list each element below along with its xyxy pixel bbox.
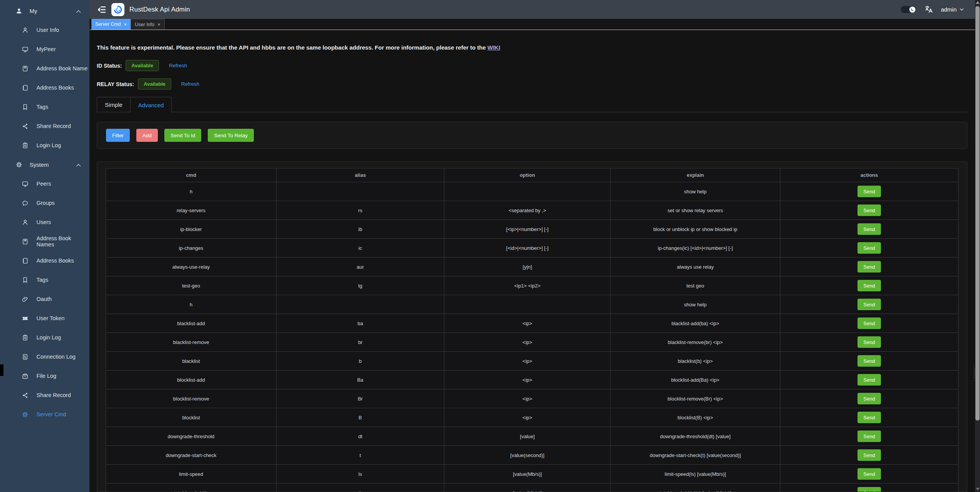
cell-cmd: blocklist-remove xyxy=(106,389,276,408)
filter-button[interactable]: Filter xyxy=(106,129,130,142)
sidebar-item-tags[interactable]: Tags xyxy=(0,97,89,116)
clipboard-icon xyxy=(22,334,28,341)
sidebar-item-user-info[interactable]: User Info xyxy=(0,20,89,40)
send-button[interactable]: Send xyxy=(858,412,881,423)
dark-mode-toggle[interactable] xyxy=(900,5,917,13)
close-icon[interactable]: × xyxy=(124,22,127,27)
send-button[interactable]: Send xyxy=(858,242,881,254)
cell-option: <ip1> <ip2> xyxy=(444,276,611,295)
window-scrollbar[interactable] xyxy=(975,0,980,492)
chevron-up-icon[interactable] xyxy=(75,162,80,167)
sidebar-section-my[interactable]: My xyxy=(0,1,89,20)
send-to-id-button[interactable]: Send To Id xyxy=(164,129,201,142)
send-button[interactable]: Send xyxy=(858,487,881,492)
user-name: admin xyxy=(941,6,957,13)
send-button[interactable]: Send xyxy=(858,374,881,386)
tab-label: Server Cmd xyxy=(95,22,121,27)
relay-refresh-link[interactable]: Refresh xyxy=(181,81,199,87)
cell-cmd: always-use-relay xyxy=(106,258,276,276)
send-button[interactable]: Send xyxy=(858,223,881,235)
send-button[interactable]: Send xyxy=(858,261,881,273)
sidebar-item-address-books[interactable]: Address Books xyxy=(0,78,89,97)
cell-alias: Ba xyxy=(276,371,444,389)
tab-advanced[interactable]: Advanced xyxy=(131,97,172,113)
sidebar-item-label: Login Log xyxy=(36,334,61,341)
clipboard-icon xyxy=(22,142,28,149)
sidebar-section-system[interactable]: System xyxy=(0,155,89,174)
sidebar-item-label: Address Books xyxy=(36,85,74,91)
sidebar-item-address-book-names[interactable]: Address Book Names xyxy=(0,232,89,251)
cell-option: <ip> xyxy=(444,352,611,371)
translate-icon[interactable] xyxy=(924,5,933,14)
cell-option xyxy=(444,295,611,314)
cell-actions: Send xyxy=(780,408,958,427)
collapse-menu-icon[interactable] xyxy=(97,5,106,14)
sidebar-item-file-log[interactable]: File Log xyxy=(0,366,89,386)
send-button[interactable]: Send xyxy=(858,186,881,197)
send-to-relay-button[interactable]: Send To Relay xyxy=(208,129,254,142)
cell-actions: Send xyxy=(780,352,958,371)
moon-icon xyxy=(909,7,915,13)
cell-cmd: ip-blocker xyxy=(106,220,276,239)
chevron-up-icon[interactable] xyxy=(75,8,80,13)
cell-alias: Br xyxy=(276,389,444,408)
sidebar-item-login-log[interactable]: Login Log xyxy=(0,136,89,155)
send-button[interactable]: Send xyxy=(858,393,881,404)
scrollbar-thumb[interactable] xyxy=(975,6,980,421)
table-row: limit-speedls[value(Mb/s)]limit-speed(ls… xyxy=(106,465,958,484)
sidebar-scrollbar-thumb[interactable] xyxy=(0,364,3,376)
close-icon[interactable]: × xyxy=(157,22,161,27)
add-button[interactable]: Add xyxy=(136,129,158,142)
scroll-down-arrow-icon[interactable] xyxy=(976,488,980,490)
section-label: My xyxy=(30,8,37,14)
scroll-up-arrow-icon[interactable] xyxy=(976,1,980,4)
box-icon xyxy=(22,373,28,379)
relay-status-row: RELAY Status: Available Refresh xyxy=(97,78,967,90)
app-title: RustDesk Api Admin xyxy=(129,6,190,13)
sidebar-item-user-token[interactable]: User Token xyxy=(0,309,89,328)
sidebar-item-address-books[interactable]: Address Books xyxy=(0,251,89,270)
sidebar-item-server-cmd[interactable]: Server Cmd xyxy=(0,405,89,424)
sidebar-item-label: MyPeer xyxy=(36,46,56,52)
send-button[interactable]: Send xyxy=(858,449,881,461)
sidebar-item-groups[interactable]: Groups xyxy=(0,193,89,213)
send-button[interactable]: Send xyxy=(858,468,881,480)
send-button[interactable]: Send xyxy=(858,317,881,329)
share-icon xyxy=(22,123,28,130)
sidebar-item-label: Address Book Name xyxy=(36,65,88,71)
cell-actions: Send xyxy=(780,220,958,239)
command-table: cmdaliasoptionexplainactions hshow helpS… xyxy=(106,168,958,492)
send-button[interactable]: Send xyxy=(858,430,881,442)
tab-server-cmd[interactable]: Server Cmd × xyxy=(91,19,131,30)
send-button[interactable]: Send xyxy=(858,299,881,310)
sidebar-item-label: Share Record xyxy=(36,392,71,398)
sidebar-item-tags[interactable]: Tags xyxy=(0,270,89,289)
cell-explain: block or unblock ip or show blocked ip xyxy=(611,220,780,239)
sidebar-item-users[interactable]: Users xyxy=(0,213,89,232)
user-menu[interactable]: admin xyxy=(941,6,964,13)
send-button[interactable]: Send xyxy=(858,355,881,367)
sidebar-item-share-record[interactable]: Share Record xyxy=(0,386,89,405)
cell-option: [value(Mb/s)] xyxy=(444,484,611,492)
send-button[interactable]: Send xyxy=(858,280,881,291)
send-button[interactable]: Send xyxy=(858,336,881,348)
sidebar-item-login-log[interactable]: Login Log xyxy=(0,328,89,347)
sidebar-item-label: Address Books xyxy=(36,258,74,264)
sidebar-item-address-book-name[interactable]: Address Book Name xyxy=(0,59,89,78)
sidebar-item-oauth[interactable]: Oauth xyxy=(0,289,89,309)
wiki-link[interactable]: WIKI xyxy=(487,44,500,51)
table-row: always-use-relayaur[y|n]always use relay… xyxy=(106,258,958,276)
bookmark-icon xyxy=(22,277,28,283)
cell-actions: Send xyxy=(780,484,958,492)
cell-explain: total-bandwidth(tb) [value(Mb/s)] xyxy=(611,484,780,492)
sidebar-item-mypeer[interactable]: MyPeer xyxy=(0,40,89,59)
sidebar-item-connection-log[interactable]: Connection Log xyxy=(0,347,89,366)
cell-cmd: limit-speed xyxy=(106,465,276,484)
send-button[interactable]: Send xyxy=(858,204,881,216)
sidebar-item-share-record[interactable]: Share Record xyxy=(0,116,89,136)
sidebar-item-peers[interactable]: Peers xyxy=(0,174,89,193)
tab-simple[interactable]: Simple xyxy=(97,97,131,112)
tab-user-info[interactable]: User Info × xyxy=(131,19,164,30)
id-refresh-link[interactable]: Refresh xyxy=(169,63,187,68)
collection-icon xyxy=(22,85,28,91)
